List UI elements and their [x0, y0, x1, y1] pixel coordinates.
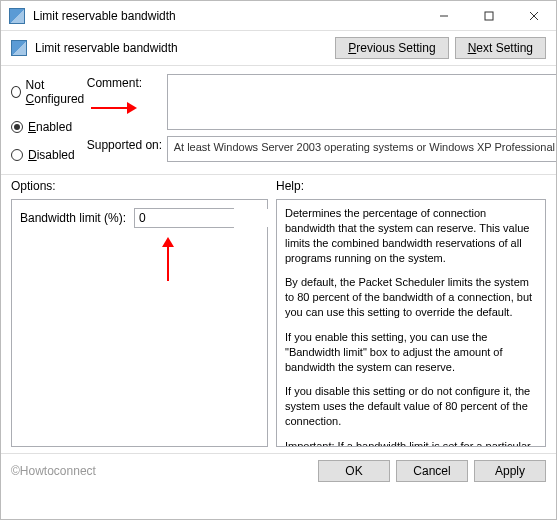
- radio-not-configured[interactable]: Not Configured: [11, 78, 87, 106]
- help-paragraph: Determines the percentage of connection …: [285, 206, 537, 265]
- help-paragraph: By default, the Packet Scheduler limits …: [285, 275, 537, 320]
- svg-rect-1: [485, 12, 493, 20]
- gpedit-icon: [9, 8, 25, 24]
- bandwidth-limit-input[interactable]: [135, 209, 293, 227]
- policy-icon: [11, 40, 27, 56]
- maximize-button[interactable]: [466, 1, 511, 30]
- radio-icon: [11, 121, 23, 133]
- help-paragraph: Important: If a bandwidth limit is set f…: [285, 439, 537, 447]
- cancel-button[interactable]: Cancel: [396, 460, 468, 482]
- apply-button[interactable]: Apply: [474, 460, 546, 482]
- close-button[interactable]: [511, 1, 556, 30]
- radio-icon: [11, 86, 21, 98]
- minimize-button[interactable]: [421, 1, 466, 30]
- next-setting-button[interactable]: Next Setting: [455, 37, 546, 59]
- window-title: Limit reservable bandwidth: [33, 9, 421, 23]
- help-text: Determines the percentage of connection …: [276, 199, 546, 447]
- radio-disabled[interactable]: Disabled: [11, 148, 87, 162]
- titlebar: Limit reservable bandwidth: [1, 1, 556, 31]
- watermark: ©Howtoconnect: [11, 464, 312, 478]
- supported-on-label: Supported on:: [87, 136, 167, 152]
- policy-header: Limit reservable bandwidth Previous Sett…: [1, 31, 556, 66]
- help-paragraph: If you disable this setting or do not co…: [285, 384, 537, 429]
- policy-title: Limit reservable bandwidth: [35, 41, 329, 55]
- radio-enabled[interactable]: Enabled: [11, 120, 87, 134]
- comment-textarea[interactable]: [167, 74, 557, 130]
- ok-button[interactable]: OK: [318, 460, 390, 482]
- bandwidth-limit-spinner[interactable]: ▲ ▼: [134, 208, 234, 228]
- previous-setting-button[interactable]: Previous Setting: [335, 37, 448, 59]
- bandwidth-limit-label: Bandwidth limit (%):: [20, 211, 126, 225]
- state-radio-group: Not Configured Enabled Disabled: [11, 74, 87, 168]
- comment-label: Comment:: [87, 74, 167, 90]
- help-section-label: Help:: [276, 179, 546, 193]
- options-panel: Bandwidth limit (%): ▲ ▼: [11, 199, 268, 447]
- radio-icon: [11, 149, 23, 161]
- help-paragraph: If you enable this setting, you can use …: [285, 330, 537, 375]
- options-section-label: Options:: [11, 179, 276, 193]
- supported-on-text: At least Windows Server 2003 operating s…: [167, 136, 557, 162]
